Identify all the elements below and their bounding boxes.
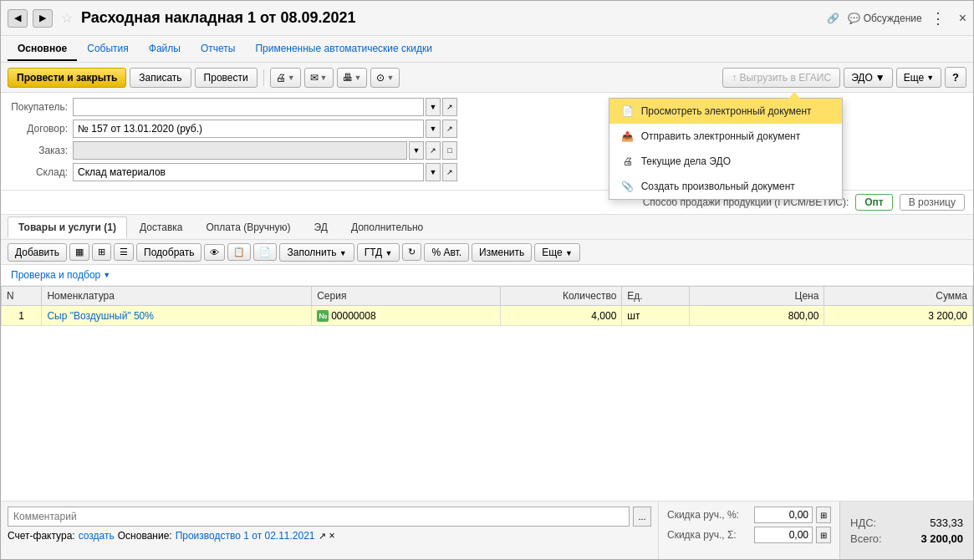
check-row: Проверка и подбор ▼ xyxy=(1,265,973,286)
contract-link-btn[interactable]: ↗ xyxy=(442,120,457,138)
order-dropdown-btn[interactable]: ▼ xyxy=(409,141,424,160)
comment-dots-button[interactable]: ... xyxy=(633,507,651,527)
gtd-button[interactable]: ГТД ▼ xyxy=(357,243,400,262)
eye-button[interactable]: 👁 xyxy=(204,244,225,261)
email-icon: ✉ xyxy=(310,72,319,84)
contract-dropdown-btn[interactable]: ▼ xyxy=(426,120,441,138)
invoice-row: Счет-фактура: создать Основание: Произво… xyxy=(8,530,651,542)
bottom-right: НДС: 533,33 Всего: 3 200,00 xyxy=(839,501,973,559)
more-button[interactable]: Еще ▼ xyxy=(534,243,580,262)
edo-item-2-icon: 🖨 xyxy=(621,155,635,168)
change-button[interactable]: Изменить xyxy=(472,243,532,262)
separator-1 xyxy=(263,69,264,86)
sub-tab-delivery[interactable]: Доставка xyxy=(129,216,194,237)
table-icon-button[interactable]: ⊞ xyxy=(92,243,111,261)
check-pick-link[interactable]: Проверка и подбор ▼ xyxy=(8,267,966,283)
col-qty: Количество xyxy=(501,287,622,306)
title-bar: ◀ ▶ ☆ Расходная накладная 1 от 08.09.202… xyxy=(1,1,973,36)
record-button[interactable]: Записать xyxy=(130,68,191,88)
discuss-button[interactable]: 💬 Обсуждение xyxy=(848,13,922,24)
warehouse-dropdown-btn[interactable]: ▼ xyxy=(426,163,441,181)
basis-close-icon[interactable]: × xyxy=(329,530,335,542)
tab-auto-discounts[interactable]: Примененные автоматические скидки xyxy=(245,38,442,61)
barcode-button[interactable]: ▦ xyxy=(69,243,89,261)
warehouse-input[interactable] xyxy=(73,163,424,181)
series-icon: № xyxy=(317,310,329,322)
edo-item-3-icon: 📎 xyxy=(621,180,635,193)
forward-button[interactable]: ▶ xyxy=(33,9,53,28)
sub-tab-goods[interactable]: Товары и услуги (1) xyxy=(8,216,127,238)
tab-reports[interactable]: Отчеты xyxy=(191,38,245,61)
order-link-btn[interactable]: ↗ xyxy=(426,141,441,160)
order-extra-btn[interactable]: □ xyxy=(442,141,457,160)
more-dropdown-arrow: ▼ xyxy=(565,249,573,257)
link-button[interactable]: 🔗 xyxy=(827,13,839,24)
cell-n: 1 xyxy=(2,306,42,326)
print-icon-button[interactable]: 🖨 ▼ xyxy=(270,68,301,88)
edo-dropdown-item-3[interactable]: 📎 Создать произвольный документ xyxy=(609,174,842,199)
email-dropdown-arrow: ▼ xyxy=(320,74,328,82)
pick-button[interactable]: Подобрать xyxy=(136,243,201,262)
sub-tabs-bar: Товары и услуги (1) Доставка Оплата (Вру… xyxy=(1,215,973,240)
discount-sum-input[interactable] xyxy=(754,527,813,543)
refresh-button[interactable]: ↻ xyxy=(402,243,421,261)
opt-button[interactable]: Опт xyxy=(855,194,892,211)
sub-tab-ed[interactable]: ЭД xyxy=(303,216,339,237)
edo-label: ЭДО xyxy=(851,72,873,84)
close-button[interactable]: × xyxy=(959,11,966,26)
print2-icon-button[interactable]: 🖶 ▼ xyxy=(337,68,368,88)
invoice-create-link[interactable]: создать xyxy=(79,530,115,542)
tab-files[interactable]: Файлы xyxy=(139,38,191,61)
buyer-link-btn[interactable]: ↗ xyxy=(442,98,457,116)
invoice-label: Счет-фактура: xyxy=(8,530,75,542)
discount-sum-label: Скидка руч., Σ: xyxy=(667,529,751,541)
order-input[interactable] xyxy=(73,141,407,160)
order-label: Заказ: xyxy=(9,145,68,156)
invoice-basis-link[interactable]: Производство 1 от 02.11.2021 xyxy=(176,530,315,542)
list-icon-button[interactable]: ☰ xyxy=(114,243,134,261)
copy-icon-1: 📋 xyxy=(233,247,245,257)
edo-dropdown-item-2[interactable]: 🖨 Текущие дела ЭДО xyxy=(609,149,842,174)
edo-dropdown-item-0[interactable]: 📄 Просмотреть электронный документ xyxy=(609,99,842,124)
comment-input[interactable] xyxy=(8,507,630,527)
contract-input[interactable] xyxy=(73,120,424,138)
buyer-label: Покупатель: xyxy=(9,101,68,113)
main-window: ◀ ▶ ☆ Расходная накладная 1 от 08.09.202… xyxy=(0,0,974,560)
egais-button[interactable]: ↑ Выгрузить в ЕГАИС xyxy=(722,68,840,88)
fill-button[interactable]: Заполнить ▼ xyxy=(279,243,354,262)
copy-button-1[interactable]: 📋 xyxy=(227,243,251,261)
discount-percent-row: Скидка руч., %: ⊞ xyxy=(667,507,831,523)
col-nomenclature: Номенклатура xyxy=(42,287,312,306)
favorite-icon[interactable]: ☆ xyxy=(61,10,73,26)
sub-tab-payment[interactable]: Оплата (Вручную) xyxy=(196,216,302,237)
title-actions: 🔗 💬 Обсуждение ⋮ × xyxy=(827,9,966,28)
back-button[interactable]: ◀ xyxy=(8,9,28,28)
percent-auto-button[interactable]: % Авт. xyxy=(424,243,469,262)
edo-button[interactable]: ЭДО ▼ xyxy=(844,68,893,88)
eshche-dropdown-arrow: ▼ xyxy=(926,74,934,82)
circle-icon-button[interactable]: ⊙ ▼ xyxy=(370,68,400,88)
conduct-button[interactable]: Провести xyxy=(195,68,258,88)
buyer-dropdown-btn[interactable]: ▼ xyxy=(426,98,441,116)
tab-events[interactable]: События xyxy=(77,38,139,61)
vat-value: 533,33 xyxy=(905,517,963,529)
menu-dots-button[interactable]: ⋮ xyxy=(931,9,946,28)
email-icon-button[interactable]: ✉ ▼ xyxy=(304,68,334,88)
main-tabs-bar: Основное События Файлы Отчеты Примененны… xyxy=(1,36,973,63)
buyer-input[interactable] xyxy=(73,98,424,116)
add-button[interactable]: Добавить xyxy=(8,243,67,262)
warehouse-link-btn[interactable]: ↗ xyxy=(442,163,457,181)
copy-button-2[interactable]: 📄 xyxy=(253,243,277,261)
help-button[interactable]: ? xyxy=(945,67,966,88)
tab-main[interactable]: Основное xyxy=(8,38,77,61)
table-row[interactable]: 1 Сыр "Воздушный" 50% № 00000008 4,000 ш… xyxy=(2,306,973,326)
series-value: 00000008 xyxy=(331,310,375,322)
edo-dropdown-item-1[interactable]: 📤 Отправить электронный документ xyxy=(609,124,842,149)
eshche-button[interactable]: Еще ▼ xyxy=(896,68,941,88)
conduct-close-button[interactable]: Провести и закрыть xyxy=(8,68,126,88)
discount-percent-btn[interactable]: ⊞ xyxy=(816,507,831,523)
retail-button[interactable]: В розницу xyxy=(900,194,965,211)
discount-sum-btn[interactable]: ⊞ xyxy=(816,527,831,543)
discount-percent-input[interactable] xyxy=(754,507,813,523)
sub-tab-additional[interactable]: Дополнительно xyxy=(340,216,434,237)
